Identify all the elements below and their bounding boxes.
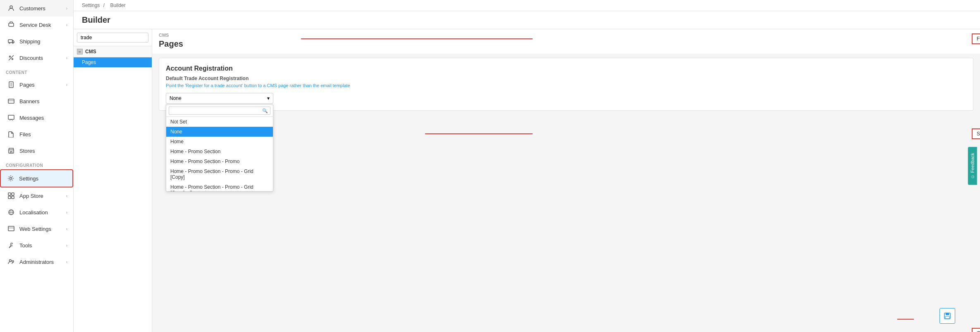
tools-icon xyxy=(7,241,15,249)
dropdown-options: Not SetNoneHomeHome - Promo SectionHome … xyxy=(166,117,273,191)
annotation-arrow-save xyxy=(897,319,914,320)
sidebar-item-app-store[interactable]: App Store › xyxy=(0,187,73,204)
content-section-label: CONTENT xyxy=(0,66,73,76)
annotation-arrow-find xyxy=(301,38,533,39)
sidebar-item-pages[interactable]: Pages › xyxy=(0,76,73,93)
account-reg-desc: Point the 'Register for a trade account'… xyxy=(166,83,966,88)
sidebar-item-administrators[interactable]: Administrators › xyxy=(0,254,73,270)
svg-point-15 xyxy=(10,178,12,180)
breadcrumb-builder: Builder xyxy=(110,2,125,8)
save-icon xyxy=(943,312,951,320)
customers-icon xyxy=(7,4,15,12)
feedback-icon: ☺ xyxy=(970,175,975,179)
shipping-icon xyxy=(7,37,15,45)
chevron-right-icon: › xyxy=(66,23,67,27)
svg-rect-2 xyxy=(8,40,12,43)
account-reg-subtitle: Default Trade Account Registration xyxy=(166,76,966,81)
sidebar-item-stores[interactable]: Stores xyxy=(0,142,73,159)
sidebar-item-settings[interactable]: Settings xyxy=(0,169,73,187)
search-input[interactable] xyxy=(77,33,148,43)
svg-rect-18 xyxy=(8,196,11,199)
dropdown-container: None ▾ 🔍 Not SetNoneHomeHome - Promo Sec… xyxy=(166,93,273,104)
service-desk-icon xyxy=(7,21,15,29)
dropdown-selected-label: None xyxy=(170,95,182,101)
search-icon: 🔍 xyxy=(262,108,268,114)
config-section-label: CONFIGURATION xyxy=(0,159,73,169)
app-store-icon xyxy=(7,192,15,200)
sidebar-item-web-settings[interactable]: Web Settings › xyxy=(0,221,73,237)
chevron-right-icon: › xyxy=(66,6,67,11)
cms-label: CMS xyxy=(152,29,980,38)
chevron-right-icon: › xyxy=(66,83,67,87)
administrators-icon xyxy=(7,258,15,266)
collapse-button[interactable]: − xyxy=(77,49,83,55)
dropdown-option[interactable]: Home - Promo Section - Promo - Grid [Cop… xyxy=(166,182,273,191)
banners-icon xyxy=(7,97,15,105)
breadcrumb-settings[interactable]: Settings xyxy=(82,2,100,8)
sidebar-item-label: Administrators xyxy=(19,259,54,265)
dropdown-option[interactable]: Home - Promo Section - Promo - Grid [Cop… xyxy=(166,166,273,182)
breadcrumb-separator: / xyxy=(103,2,105,8)
sidebar-item-banners[interactable]: Banners xyxy=(0,93,73,109)
dropdown-search-input[interactable] xyxy=(169,107,270,115)
dropdown-option[interactable]: Not Set xyxy=(166,117,273,127)
sidebar-item-files[interactable]: Files xyxy=(0,126,73,142)
sidebar-item-messages[interactable]: Messages xyxy=(0,109,73,126)
sidebar-item-label: Service Desk xyxy=(19,22,51,28)
annotation-box-select-cms: Select CMS page from drop-down list xyxy=(972,128,980,139)
content-area: − CMS Pages CMS Pages Account Registrati… xyxy=(74,29,980,332)
sidebar-item-localisation[interactable]: Localisation › xyxy=(0,204,73,221)
svg-point-3 xyxy=(9,43,10,44)
feedback-button[interactable]: ☺ Feedback xyxy=(968,147,977,185)
svg-rect-17 xyxy=(12,193,14,195)
sidebar-item-label: Files xyxy=(19,131,31,138)
svg-rect-27 xyxy=(945,316,949,319)
sidebar-item-label: Banners xyxy=(19,98,39,104)
feedback-label: Feedback xyxy=(970,153,975,173)
svg-point-4 xyxy=(12,43,14,44)
pages-icon xyxy=(7,81,15,89)
sidebar-item-label: Tools xyxy=(19,242,32,249)
search-container xyxy=(74,29,152,46)
sidebar-item-label: Customers xyxy=(19,5,45,12)
dropdown-selected[interactable]: None ▾ xyxy=(166,93,273,104)
left-panel: − CMS Pages xyxy=(74,29,152,332)
svg-rect-21 xyxy=(8,226,14,231)
sidebar-item-customers[interactable]: Customers › xyxy=(0,0,73,17)
main-content: Settings / Builder Builder − CMS Pages C… xyxy=(74,0,980,332)
svg-rect-11 xyxy=(8,99,14,103)
sidebar-item-label: Pages xyxy=(19,82,35,88)
sidebar-item-label: Localisation xyxy=(19,209,48,216)
cms-pages-title: Pages xyxy=(152,38,980,54)
svg-point-0 xyxy=(10,6,12,8)
svg-point-23 xyxy=(10,260,12,262)
sidebar-item-label: Messages xyxy=(19,115,44,121)
dropdown-option[interactable]: Home xyxy=(166,137,273,147)
dropdown-option[interactable]: Home - Promo Section xyxy=(166,147,273,157)
right-panel: CMS Pages Account Registration Default T… xyxy=(152,29,980,332)
dropdown-option[interactable]: Home - Promo Section - Promo xyxy=(166,157,273,166)
web-settings-icon xyxy=(7,225,15,233)
files-icon xyxy=(7,130,15,138)
tree-item-pages[interactable]: Pages xyxy=(74,57,152,67)
sidebar-item-tools[interactable]: Tools › xyxy=(0,237,73,254)
save-area xyxy=(939,308,955,324)
dropdown-option[interactable]: None xyxy=(166,127,273,137)
localisation-icon xyxy=(7,208,15,216)
page-title: Builder xyxy=(82,15,972,25)
save-button[interactable] xyxy=(939,308,955,324)
chevron-right-icon: › xyxy=(66,227,67,231)
annotation-box-click-save: Click Save. xyxy=(972,328,980,332)
svg-point-6 xyxy=(12,59,13,60)
settings-icon xyxy=(7,174,15,183)
sidebar-item-discounts[interactable]: Discounts › xyxy=(0,50,73,66)
sidebar-item-service-desk[interactable]: Service Desk › xyxy=(0,17,73,33)
sidebar-item-label: App Store xyxy=(19,193,43,199)
cms-section: CMS Pages xyxy=(152,29,980,54)
svg-rect-1 xyxy=(9,23,14,26)
messages-icon xyxy=(7,114,15,122)
chevron-right-icon: › xyxy=(66,56,67,60)
svg-rect-19 xyxy=(12,196,14,199)
sidebar-item-shipping[interactable]: Shipping xyxy=(0,33,73,50)
chevron-right-icon: › xyxy=(66,210,67,215)
